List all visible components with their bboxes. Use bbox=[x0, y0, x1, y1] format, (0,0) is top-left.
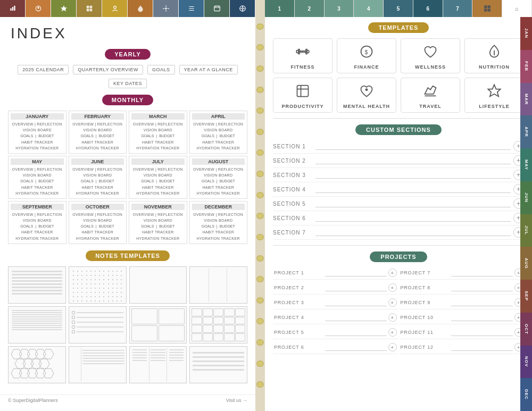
project-input-11[interactable] bbox=[451, 329, 513, 336]
nav-icon-10[interactable] bbox=[230, 0, 255, 17]
month-october[interactable]: OCTOBER OVERVIEW | REFLECTION VISION BOA… bbox=[69, 201, 127, 244]
dec-link-4[interactable]: HABIT TRACKER bbox=[192, 229, 245, 235]
dec-link-5[interactable]: HYDRATION TRACKER bbox=[192, 236, 245, 241]
jul-link-3b[interactable]: BUDGET bbox=[159, 178, 174, 184]
month-tab-apr[interactable]: APR bbox=[520, 115, 532, 148]
jul-link-3a[interactable]: GOALS bbox=[141, 178, 154, 184]
project-input-2[interactable] bbox=[325, 284, 387, 291]
note-template-lined[interactable] bbox=[8, 266, 66, 304]
note-template-plain[interactable] bbox=[129, 266, 187, 304]
month-tab-may[interactable]: MAY bbox=[520, 148, 532, 181]
nov-link-3a[interactable]: GOALS bbox=[141, 223, 154, 229]
oct-link-4[interactable]: HABIT TRACKER bbox=[71, 229, 124, 235]
nav-icon-2[interactable] bbox=[26, 0, 51, 17]
yearly-link-quarterly[interactable]: QUARTERLY OVERVIEW bbox=[73, 65, 143, 74]
lifestyle-template-card[interactable]: LIFESTYLE bbox=[464, 78, 524, 113]
yearly-link-goals[interactable]: GOALS bbox=[147, 65, 175, 74]
section-input-5[interactable] bbox=[315, 200, 511, 207]
apr-link-3b[interactable]: BUDGET bbox=[220, 133, 235, 139]
note-template-checklist[interactable] bbox=[69, 306, 127, 343]
section-input-7[interactable] bbox=[315, 229, 511, 236]
oct-link-2[interactable]: VISION BOARD bbox=[71, 217, 124, 223]
nov-link-5[interactable]: HYDRATION TRACKER bbox=[131, 236, 185, 241]
aug-link-5[interactable]: HYDRATION TRACKER bbox=[192, 190, 245, 196]
nav-icon-5[interactable] bbox=[102, 0, 128, 17]
nav-tab-3[interactable]: 3 bbox=[325, 0, 354, 17]
month-tab-sep[interactable]: SEP bbox=[520, 280, 532, 313]
yearly-link-key-dates[interactable]: KEY DATES bbox=[109, 79, 147, 88]
jul-link-5[interactable]: HYDRATION TRACKER bbox=[131, 190, 185, 196]
note-template-hexagon[interactable] bbox=[8, 346, 66, 383]
project-input-10[interactable] bbox=[451, 314, 513, 321]
sep-link-3a[interactable]: GOALS bbox=[20, 223, 33, 229]
aug-link-2[interactable]: VISION BOARD bbox=[192, 172, 245, 178]
oct-link-3b[interactable]: BUDGET bbox=[99, 223, 114, 229]
dec-link-3b[interactable]: BUDGET bbox=[220, 223, 235, 229]
project-input-7[interactable] bbox=[451, 270, 513, 276]
jul-link-2[interactable]: VISION BOARD bbox=[131, 172, 185, 178]
sep-link-2[interactable]: VISION BOARD bbox=[11, 217, 64, 223]
apr-link-2[interactable]: VISION BOARD bbox=[192, 127, 245, 133]
jul-link-1[interactable]: OVERVIEW | REFLECTION bbox=[131, 166, 185, 172]
nav-icon-1[interactable] bbox=[0, 0, 26, 17]
oct-link-3a[interactable]: GOALS bbox=[81, 223, 94, 229]
month-june[interactable]: JUNE OVERVIEW | REFLECTION VISION BOARD … bbox=[69, 156, 127, 199]
nov-link-2[interactable]: VISION BOARD bbox=[131, 217, 185, 223]
mar-link-4[interactable]: HABIT TRACKER bbox=[131, 139, 185, 145]
sep-link-1[interactable]: OVERVIEW | REFLECTION bbox=[11, 212, 64, 217]
feb-link-1[interactable]: OVERVIEW | REFLECTION bbox=[71, 121, 124, 127]
month-february[interactable]: FEBRUARY OVERVIEW | REFLECTION VISION BO… bbox=[69, 111, 127, 154]
nov-link-3b[interactable]: BUDGET bbox=[159, 223, 174, 229]
sep-link-5[interactable]: HYDRATION TRACKER bbox=[11, 236, 64, 241]
feb-link-2[interactable]: VISION BOARD bbox=[71, 127, 124, 133]
oct-link-1[interactable]: OVERVIEW | REFLECTION bbox=[71, 212, 124, 217]
month-tab-mar[interactable]: MAR bbox=[520, 83, 532, 116]
jan-link-3a[interactable]: GOALS bbox=[20, 133, 33, 139]
nav-icon-8[interactable] bbox=[179, 0, 204, 17]
mar-link-3a[interactable]: GOALS bbox=[141, 133, 154, 139]
nav-tab-7[interactable]: 7 bbox=[443, 0, 473, 17]
project-input-6[interactable] bbox=[325, 344, 387, 351]
month-tab-jun[interactable]: JUN bbox=[520, 181, 532, 214]
dec-link-2[interactable]: VISION BOARD bbox=[192, 217, 245, 223]
feb-link-5[interactable]: HYDRATION TRACKER bbox=[71, 145, 124, 151]
project-input-5[interactable] bbox=[325, 329, 387, 336]
note-template-wide-lines[interactable] bbox=[189, 346, 247, 383]
section-input-1[interactable] bbox=[315, 142, 511, 150]
note-template-dot-grid[interactable] bbox=[69, 266, 127, 304]
wellness-template-card[interactable]: WELLNESS bbox=[401, 38, 460, 73]
month-tab-aug[interactable]: AUG bbox=[520, 247, 532, 280]
jun-link-1[interactable]: OVERVIEW | REFLECTION bbox=[71, 166, 124, 172]
project-add-btn-4[interactable]: + bbox=[388, 313, 397, 322]
month-january[interactable]: JANUARY OVERVIEW | REFLECTION VISION BOA… bbox=[8, 111, 66, 154]
nav-icon-4[interactable] bbox=[77, 0, 102, 17]
mar-link-1[interactable]: OVERVIEW | REFLECTION bbox=[131, 121, 185, 127]
feb-link-3b[interactable]: BUDGET bbox=[99, 133, 114, 139]
nav-icon-9[interactable] bbox=[204, 0, 230, 17]
nav-icon-7[interactable] bbox=[153, 0, 179, 17]
apr-link-3a[interactable]: GOALS bbox=[202, 133, 214, 139]
apr-link-1[interactable]: OVERVIEW | REFLECTION bbox=[192, 121, 245, 127]
sep-link-3b[interactable]: BUDGET bbox=[38, 223, 54, 229]
month-tab-jul[interactable]: JUL bbox=[520, 214, 532, 247]
fitness-template-card[interactable]: FITNESS bbox=[273, 38, 332, 73]
project-input-12[interactable] bbox=[451, 344, 513, 351]
nutrition-template-card[interactable]: NUTRITION bbox=[464, 38, 524, 73]
section-input-4[interactable] bbox=[315, 186, 511, 193]
mar-link-2[interactable]: VISION BOARD bbox=[131, 127, 185, 133]
nov-link-1[interactable]: OVERVIEW | REFLECTION bbox=[131, 212, 185, 217]
note-template-triple-col[interactable] bbox=[129, 346, 187, 383]
may-link-5[interactable]: HYDRATION TRACKER bbox=[11, 190, 64, 196]
aug-link-4[interactable]: HABIT TRACKER bbox=[192, 184, 245, 190]
jan-link-4[interactable]: HABIT TRACKER bbox=[11, 139, 64, 145]
note-template-columns[interactable] bbox=[189, 266, 247, 304]
may-link-2[interactable]: VISION BOARD bbox=[11, 172, 64, 178]
apr-link-4[interactable]: HABIT TRACKER bbox=[192, 139, 245, 145]
aug-link-1[interactable]: OVERVIEW | REFLECTION bbox=[192, 166, 245, 172]
nav-tab-home[interactable]: ⌂ bbox=[502, 0, 532, 17]
may-link-3a[interactable]: GOALS bbox=[20, 178, 33, 184]
section-input-2[interactable] bbox=[315, 157, 511, 164]
aug-link-3a[interactable]: GOALS bbox=[202, 178, 214, 184]
jul-link-4[interactable]: HABIT TRACKER bbox=[131, 184, 185, 190]
dec-link-3a[interactable]: GOALS bbox=[202, 223, 214, 229]
